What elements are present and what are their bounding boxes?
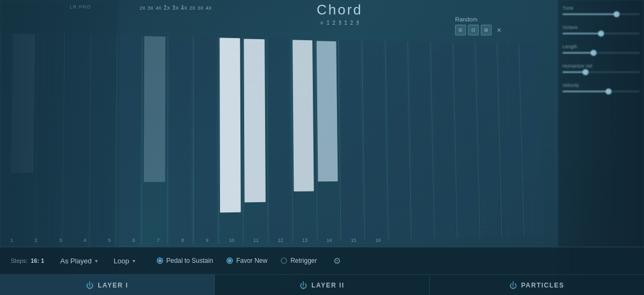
velocity-label: Velocity [562, 83, 640, 88]
humanize-vel-slider[interactable] [562, 71, 640, 73]
bottom-bar: Steps: 16: 1 As Played ▾ Loop ▾ Pedal to… [0, 247, 644, 295]
length-knob[interactable] [590, 50, 596, 56]
layer-2-label: LAYER II [311, 282, 345, 289]
steps-label: Steps: [11, 257, 27, 264]
mult-4x: 4X [156, 5, 162, 11]
pedal-radio-dot[interactable] [157, 257, 163, 264]
mult-2x-b: 2X [189, 5, 195, 11]
chord-icon-menu[interactable]: ≡ [320, 20, 324, 26]
chord-icon-2[interactable]: 2̂ [332, 20, 335, 26]
chord-icon-3[interactable]: 3̂ [338, 20, 341, 26]
step-num-13: 13 [293, 235, 317, 246]
tune-label: Tune [562, 5, 640, 11]
favor-radio-dot[interactable] [226, 257, 233, 264]
step-num-7: 7 [147, 235, 170, 246]
step-num-21 [488, 235, 512, 246]
retrigger-radio-group[interactable]: Retrigger [281, 257, 317, 264]
steps-control[interactable]: Steps: 16: 1 [11, 257, 44, 264]
step-num-22 [513, 235, 537, 246]
step-num-5: 5 [98, 235, 121, 246]
step-num-9: 9 [195, 235, 219, 246]
velocity-knob[interactable] [606, 88, 612, 94]
step-num-2: 2 [25, 235, 48, 246]
humanize-vel-knob[interactable] [583, 69, 589, 75]
step-num-8: 8 [171, 235, 195, 246]
layer-1-label: LAYER I [98, 282, 128, 289]
layer-3-power-icon[interactable]: ⏻ [509, 281, 517, 290]
octave-control: Octave [562, 25, 640, 34]
chord-title: Chord [317, 2, 363, 18]
mult-hat-3x: 3̂X [172, 5, 179, 11]
played-dropdown[interactable]: As Played ▾ [60, 257, 98, 265]
lr-pro-label: LR PRO [70, 4, 91, 10]
random-section: Random ⊞ ⊟ ⊠ × [455, 16, 501, 35]
step-num-10: 10 [220, 235, 244, 246]
steps-value: 16: 1 [31, 257, 44, 264]
retrigger-label: Retrigger [290, 257, 317, 264]
step-num-11: 11 [244, 235, 268, 246]
step-num-18 [415, 235, 439, 246]
pedal-radio-group[interactable]: Pedal to Sustain [157, 257, 213, 264]
step-num-16: 16 [367, 235, 390, 246]
random-icon-3: ⊠ [484, 27, 488, 33]
main-container: LR PRO 1 2 3 4 5 6 7 8 9 [0, 0, 644, 295]
favor-radio-group[interactable]: Favor New [226, 257, 267, 264]
mult-3x: 3X [148, 5, 153, 11]
favor-label: Favor New [236, 257, 267, 264]
layer-tab-1[interactable]: ⏻ LAYER I [0, 275, 215, 295]
gear-button[interactable]: ⚙ [333, 256, 341, 266]
chord-section: Chord ≡ 1̂ 2̂ 3̂ 1̂ 2̂ 3̂ [317, 2, 363, 26]
random-controls[interactable]: ⊞ ⊟ ⊠ × [455, 25, 501, 35]
step-num-1: 1 [0, 235, 24, 246]
loop-dropdown-arrow: ▾ [133, 258, 135, 264]
random-btn-3[interactable]: ⊠ [481, 25, 492, 35]
tune-knob[interactable] [613, 11, 619, 17]
step-num-17 [391, 235, 414, 246]
mult-4x-b: 4X [206, 5, 211, 11]
mult-3x-b: 3X [197, 5, 203, 11]
loop-dropdown[interactable]: Loop ▾ [114, 257, 135, 265]
step-num-3: 3 [49, 235, 72, 246]
layer-tab-2[interactable]: ⏻ LAYER II [215, 275, 429, 295]
step-num-14: 14 [318, 235, 341, 246]
pedal-label: Pedal to Sustain [166, 257, 213, 264]
layer-1-power-icon[interactable]: ⏻ [86, 281, 93, 290]
layer-3-label: PARTICLES [521, 282, 565, 289]
mult-hat-2x: 2̂X [164, 5, 170, 11]
octave-knob[interactable] [598, 31, 604, 36]
velocity-control: Velocity [562, 83, 640, 92]
layer-tabs: ⏻ LAYER I ⏻ LAYER II ⏻ PARTICLES [0, 274, 644, 295]
step-num-20 [464, 235, 488, 246]
played-label: As Played [60, 257, 92, 265]
layer-2-power-icon[interactable]: ⏻ [299, 281, 307, 290]
step-num-6: 6 [122, 235, 146, 246]
step-numbers-row: 1 2 3 4 5 6 7 8 9 10 11 12 13 14 15 16 [0, 235, 569, 246]
layer-tab-3[interactable]: ⏻ PARTICLES [430, 275, 644, 295]
chord-icon-1[interactable]: 1̂ [326, 20, 330, 26]
random-btn-2[interactable]: ⊟ [468, 25, 479, 35]
chord-icon-4[interactable]: 1̂ [344, 20, 347, 26]
chord-icons-row: ≡ 1̂ 2̂ 3̂ 1̂ 2̂ 3̂ [317, 20, 363, 26]
chord-icon-5[interactable]: 2̂ [350, 20, 353, 26]
random-icon-1: ⊞ [458, 27, 463, 33]
random-btn-1[interactable]: ⊞ [455, 25, 466, 35]
humanize-vel-label: Humanize Vel [562, 63, 640, 69]
velocity-slider[interactable] [562, 91, 640, 92]
step-num-19 [440, 235, 463, 246]
step-num-15: 15 [342, 235, 365, 246]
length-control: Length [562, 44, 640, 54]
loop-label: Loop [114, 257, 129, 265]
step-num-12: 12 [269, 235, 292, 246]
mult-2x: 2X [140, 5, 145, 11]
humanize-vel-control: Humanize Vel [562, 63, 640, 73]
tune-slider[interactable] [562, 13, 640, 15]
chord-icon-6[interactable]: 3̂ [356, 20, 359, 26]
length-label: Length [562, 44, 640, 49]
played-dropdown-arrow: ▾ [95, 258, 98, 264]
close-button[interactable]: × [497, 26, 501, 34]
multipliers-group: 2X 3X 4X 2̂X 3̂X 4̂X 2X 3X 4X [140, 5, 211, 11]
retrigger-radio-dot[interactable] [281, 257, 287, 264]
octave-slider[interactable] [562, 33, 640, 34]
length-slider[interactable] [562, 52, 640, 54]
random-label: Random [455, 16, 501, 23]
